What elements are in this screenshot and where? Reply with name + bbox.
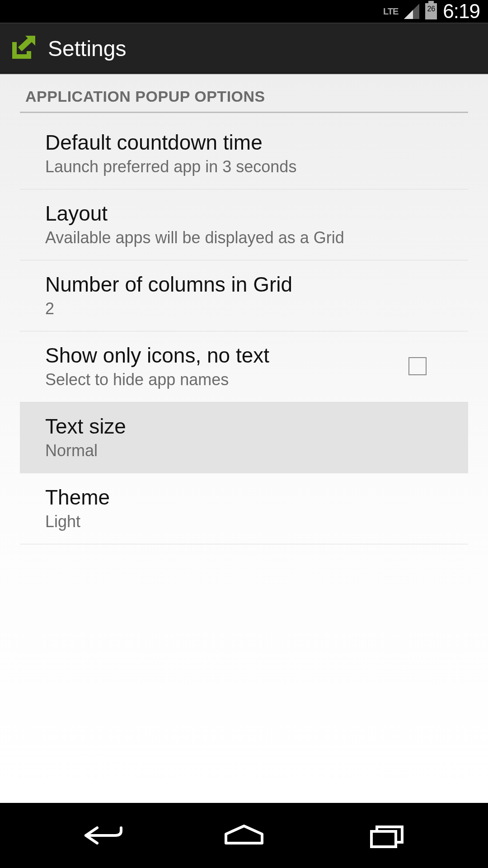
pref-columns[interactable]: Number of columns in Grid 2 <box>20 260 468 331</box>
app-icon <box>9 33 38 64</box>
section-header: APPLICATION POPUP OPTIONS <box>0 74 488 112</box>
signal-icon <box>404 4 419 19</box>
navigation-bar <box>0 803 488 868</box>
pref-icons-only[interactable]: Show only icons, no text Select to hide … <box>20 331 468 402</box>
back-button[interactable] <box>68 817 131 854</box>
status-bar: LTE 26 6:19 <box>0 0 488 23</box>
item-subtitle: Select to hide app names <box>45 370 408 389</box>
battery-level: 26 <box>426 5 436 13</box>
page-title: Settings <box>48 36 126 61</box>
item-subtitle: Normal <box>45 441 443 460</box>
item-subtitle: Light <box>45 512 443 531</box>
item-title: Show only icons, no text <box>45 343 408 368</box>
settings-content: APPLICATION POPUP OPTIONS Default countd… <box>0 74 488 803</box>
item-title: Default countdown time <box>45 130 443 155</box>
pref-theme[interactable]: Theme Light <box>20 473 468 544</box>
item-title: Layout <box>45 201 443 226</box>
svg-marker-1 <box>404 10 413 19</box>
battery-icon: 26 <box>425 3 437 19</box>
pref-countdown-time[interactable]: Default countdown time Launch preferred … <box>20 118 468 189</box>
checkbox-icons-only[interactable] <box>408 357 427 375</box>
item-title: Number of columns in Grid <box>45 272 443 297</box>
item-subtitle: Launch preferred app in 3 seconds <box>45 157 443 176</box>
clock: 6:19 <box>443 0 480 23</box>
item-title: Theme <box>45 485 443 509</box>
recent-apps-button[interactable] <box>357 817 420 854</box>
svg-rect-3 <box>371 831 396 847</box>
item-subtitle: 2 <box>45 299 443 318</box>
network-label: LTE <box>383 6 398 17</box>
item-title: Text size <box>45 414 443 439</box>
pref-text-size[interactable]: Text size Normal <box>20 402 468 473</box>
pref-layout[interactable]: Layout Available apps will be displayed … <box>20 189 468 260</box>
item-subtitle: Available apps will be displayed as a Gr… <box>45 228 443 247</box>
section-divider <box>20 112 468 113</box>
home-button[interactable] <box>212 817 276 854</box>
action-bar: Settings <box>0 23 488 74</box>
